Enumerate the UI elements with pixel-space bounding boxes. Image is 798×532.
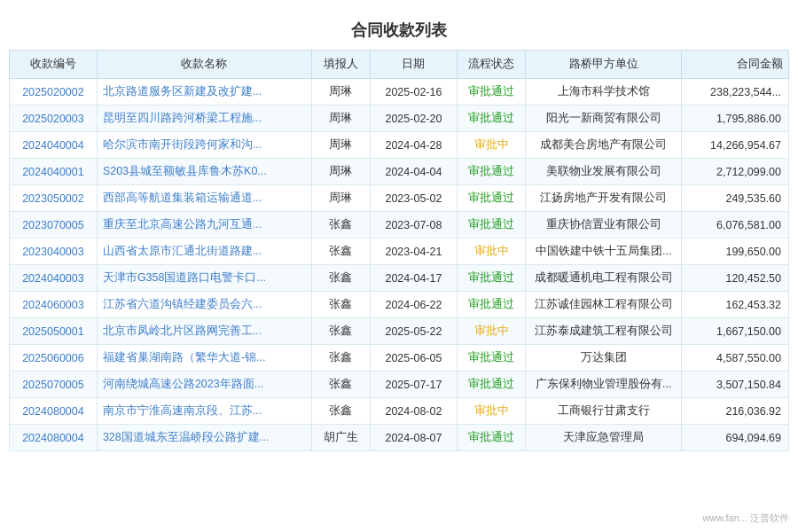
table-row: 2025070005 河南绕城高速公路2023年路面... 张鑫 2025-07…	[10, 372, 789, 398]
cell-id[interactable]: 2024080004	[10, 425, 98, 451]
cell-status: 审批中	[458, 398, 526, 425]
cell-unit: 中国铁建中铁十五局集团...	[526, 239, 682, 265]
cell-id[interactable]: 2025060006	[10, 345, 98, 372]
cell-reporter: 张鑫	[311, 372, 370, 398]
cell-id[interactable]: 2024040001	[10, 159, 98, 185]
cell-name[interactable]: 哈尔滨市南开街段跨何家和沟...	[97, 132, 311, 159]
cell-id[interactable]: 2023040003	[10, 239, 98, 265]
cell-date: 2025-05-22	[370, 318, 458, 345]
cell-date: 2024-04-04	[370, 159, 458, 185]
cell-status: 审批通过	[458, 265, 526, 292]
cell-unit: 美联物业发展有限公司	[526, 159, 682, 185]
status-badge: 审批通过	[468, 298, 514, 310]
cell-reporter: 张鑫	[311, 292, 370, 318]
cell-amount: 694,094.69	[682, 425, 789, 451]
col-header-unit: 路桥甲方单位	[526, 51, 682, 79]
cell-amount: 3,507,150.84	[682, 372, 789, 398]
cell-unit: 广东保利物业管理股份有...	[526, 372, 682, 398]
cell-name[interactable]: 天津市G358国道路口电警卡口...	[97, 265, 311, 292]
table-body: 2025020002 北京路道服务区新建及改扩建... 周琳 2025-02-1…	[10, 79, 789, 451]
cell-reporter: 周琳	[311, 159, 370, 185]
cell-name[interactable]: 北京路道服务区新建及改扩建...	[97, 79, 311, 106]
cell-id[interactable]: 2025020002	[10, 79, 98, 106]
cell-unit: 成都暖通机电工程有限公司	[526, 265, 682, 292]
table-row: 2024080004 南京市宁淮高速南京段、江苏... 张鑫 2024-08-0…	[10, 398, 789, 425]
cell-name[interactable]: 328国道城东至温峤段公路扩建...	[97, 425, 311, 451]
cell-name[interactable]: 西部高等航道集装箱运输通道...	[97, 185, 311, 212]
cell-amount: 1,667,150.00	[682, 318, 789, 345]
status-badge: 审批通过	[468, 431, 514, 443]
cell-id[interactable]: 2024040004	[10, 132, 98, 159]
cell-amount: 4,587,550.00	[682, 345, 789, 372]
cell-id[interactable]: 2023050002	[10, 185, 98, 212]
cell-name[interactable]: S203县城至额敏县库鲁木苏K0...	[97, 159, 311, 185]
cell-date: 2024-08-02	[370, 398, 458, 425]
cell-date: 2023-05-02	[370, 185, 458, 212]
cell-name[interactable]: 山西省太原市汇通北街道路建...	[97, 239, 311, 265]
cell-status: 审批通过	[458, 425, 526, 451]
cell-status: 审批通过	[458, 345, 526, 372]
cell-reporter: 张鑫	[311, 318, 370, 345]
cell-status: 审批中	[458, 318, 526, 345]
status-badge: 审批通过	[468, 271, 514, 284]
data-table: 收款编号 收款名称 填报人 日期 流程状态 路桥甲方单位 合同金额 202502…	[9, 50, 789, 451]
cell-id[interactable]: 2024060003	[10, 292, 98, 318]
cell-date: 2025-02-16	[370, 79, 458, 106]
table-row: 2024080004 328国道城东至温峤段公路扩建... 胡广生 2024-0…	[10, 425, 789, 451]
table-row: 2024060003 江苏省六道沟镇经建委员会六... 张鑫 2024-06-2…	[10, 292, 789, 318]
cell-id[interactable]: 2024040003	[10, 265, 98, 292]
cell-name[interactable]: 河南绕城高速公路2023年路面...	[97, 372, 311, 398]
status-badge: 审批中	[474, 404, 509, 417]
cell-name[interactable]: 福建省巢湖南路（繁华大道-锦...	[97, 345, 311, 372]
cell-name[interactable]: 江苏省六道沟镇经建委员会六...	[97, 292, 311, 318]
cell-id[interactable]: 2025070005	[10, 372, 98, 398]
cell-date: 2023-07-08	[370, 212, 458, 239]
cell-date: 2024-06-22	[370, 292, 458, 318]
status-badge: 审批中	[474, 138, 509, 151]
cell-amount: 216,036.92	[682, 398, 789, 425]
cell-status: 审批通过	[458, 106, 526, 132]
cell-date: 2024-08-07	[370, 425, 458, 451]
cell-id[interactable]: 2025050001	[10, 318, 98, 345]
cell-name[interactable]: 北京市凤岭北片区路网完善工...	[97, 318, 311, 345]
page-title: 合同收款列表	[9, 9, 789, 50]
cell-amount: 14,266,954.67	[682, 132, 789, 159]
col-header-reporter: 填报人	[311, 51, 370, 79]
cell-status: 审批中	[458, 239, 526, 265]
status-badge: 审批通过	[468, 85, 514, 98]
cell-status: 审批通过	[458, 159, 526, 185]
cell-unit: 江扬房地产开发有限公司	[526, 185, 682, 212]
cell-date: 2025-07-17	[370, 372, 458, 398]
col-header-id: 收款编号	[10, 51, 98, 79]
table-row: 2023070005 重庆至北京高速公路九河互通... 张鑫 2023-07-0…	[10, 212, 789, 239]
cell-id[interactable]: 2023070005	[10, 212, 98, 239]
col-header-date: 日期	[370, 51, 458, 79]
cell-reporter: 周琳	[311, 79, 370, 106]
cell-status: 审批通过	[458, 292, 526, 318]
cell-id[interactable]: 2025020003	[10, 106, 98, 132]
table-row: 2025020002 北京路道服务区新建及改扩建... 周琳 2025-02-1…	[10, 79, 789, 106]
cell-name[interactable]: 重庆至北京高速公路九河互通...	[97, 212, 311, 239]
table-row: 2025050001 北京市凤岭北片区路网完善工... 张鑫 2025-05-2…	[10, 318, 789, 345]
cell-unit: 阳光一新商贸有限公司	[526, 106, 682, 132]
cell-status: 审批通过	[458, 212, 526, 239]
status-badge: 审批中	[474, 325, 509, 337]
cell-name[interactable]: 南京市宁淮高速南京段、江苏...	[97, 398, 311, 425]
watermark: www.fan... 泛普软件	[702, 512, 789, 525]
cell-amount: 1,795,886.00	[682, 106, 789, 132]
status-badge: 审批通过	[468, 351, 514, 364]
cell-id[interactable]: 2024080004	[10, 398, 98, 425]
cell-amount: 199,650.00	[682, 239, 789, 265]
cell-unit: 工商银行甘肃支行	[526, 398, 682, 425]
status-badge: 审批通过	[468, 378, 514, 390]
col-header-amount: 合同金额	[682, 51, 789, 79]
table-row: 2025060006 福建省巢湖南路（繁华大道-锦... 张鑫 2025-06-…	[10, 345, 789, 372]
table-row: 2023050002 西部高等航道集装箱运输通道... 周琳 2023-05-0…	[10, 185, 789, 212]
table-row: 2024040003 天津市G358国道路口电警卡口... 张鑫 2024-04…	[10, 265, 789, 292]
cell-date: 2023-04-21	[370, 239, 458, 265]
cell-reporter: 周琳	[311, 106, 370, 132]
cell-unit: 天津应急管理局	[526, 425, 682, 451]
status-badge: 审批通过	[468, 112, 514, 124]
cell-unit: 上海市科学技术馆	[526, 79, 682, 106]
cell-name[interactable]: 昆明至四川路跨河桥梁工程施...	[97, 106, 311, 132]
